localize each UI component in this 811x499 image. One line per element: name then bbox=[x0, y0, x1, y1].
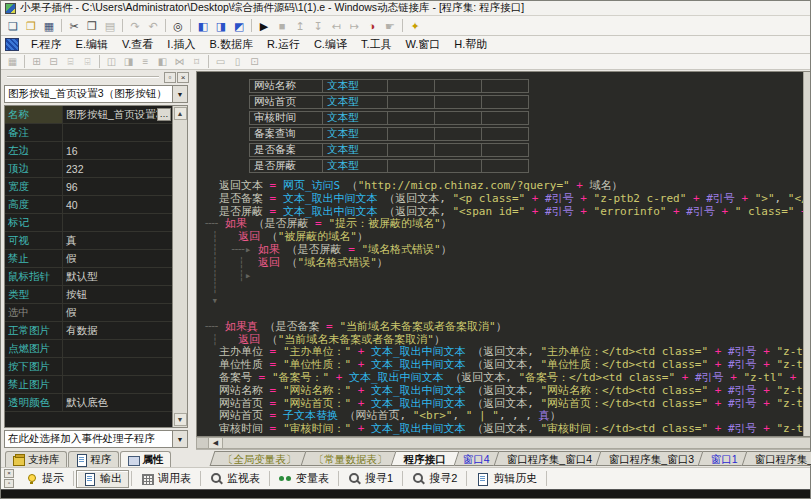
property-value[interactable]: 默认底色 bbox=[63, 396, 172, 410]
param-name-cell[interactable]: 是否备案 bbox=[249, 143, 323, 157]
property-row[interactable]: 点燃图片 bbox=[5, 340, 172, 358]
cut-icon[interactable]: ✂ bbox=[65, 18, 83, 34]
property-value[interactable]: 40 bbox=[63, 199, 172, 211]
property-row[interactable]: 名称图形按钮_首页设置3… bbox=[5, 106, 172, 124]
property-value[interactable]: 默认型 bbox=[63, 270, 172, 284]
code-line[interactable]: 返回文本 = 网页_访问S （"http://micp.chinaz.com/?… bbox=[197, 180, 803, 193]
clip-history-button[interactable]: 剪辑历史 bbox=[469, 470, 544, 488]
param-name-cell[interactable]: 网站首页 bbox=[249, 95, 323, 109]
module-tab[interactable]: 窗口程序集_窗口4 bbox=[493, 451, 605, 466]
chevron-down-icon[interactable]: ▼ bbox=[172, 431, 187, 447]
param-empty-cell[interactable] bbox=[434, 159, 482, 173]
param-name-cell[interactable]: 备案查询 bbox=[249, 127, 323, 141]
param-type-cell[interactable]: 文本型 bbox=[322, 159, 388, 173]
code-line[interactable]: ╌╌ 如果真 （是否备案 = "当前域名未备案或者备案取消"） bbox=[197, 321, 803, 334]
param-empty-cell[interactable] bbox=[387, 127, 435, 141]
property-row[interactable]: 备注 bbox=[5, 124, 172, 142]
param-empty-cell[interactable] bbox=[481, 143, 529, 157]
search-2-button[interactable]: 搜寻2 bbox=[405, 470, 464, 488]
copy-icon[interactable]: ❒ bbox=[83, 18, 101, 34]
tab-程序[interactable]: 程序 bbox=[68, 451, 119, 467]
output-button[interactable]: 输出 bbox=[76, 470, 129, 488]
param-name-cell[interactable]: 是否屏蔽 bbox=[249, 159, 323, 173]
editor-hscrollbar[interactable]: ◀ bbox=[196, 437, 810, 449]
code-line[interactable] bbox=[197, 308, 803, 321]
param-type-cell[interactable]: 文本型 bbox=[322, 127, 388, 141]
code-line[interactable]: ┆ 返回 （"被屏蔽的域名"） bbox=[197, 231, 803, 244]
code-line[interactable]: 审核时间 = "审核时间：" + 文本_取出中间文本 （返回文本, "审核时间：… bbox=[197, 423, 803, 436]
menu-item-r[interactable]: R.运行 bbox=[260, 36, 307, 53]
code-line[interactable]: 备案号 = "备案号：" + 文本_取出中间文本 （返回文本, "备案号：</t… bbox=[197, 372, 803, 385]
property-value[interactable]: 按钮 bbox=[63, 288, 172, 302]
end-run-icon[interactable]: ◑ bbox=[363, 18, 381, 34]
scroll-down-icon[interactable]: ▼ bbox=[174, 413, 187, 426]
property-scrollbar[interactable]: ▲ ▼ bbox=[172, 106, 187, 427]
code-line[interactable]: 是否屏蔽 = 文本_取出中间文本 （返回文本, "<span id=" + #引… bbox=[197, 206, 803, 219]
panel-close-mini-button[interactable]: × bbox=[4, 469, 14, 478]
menu-item-e[interactable]: E.编辑 bbox=[69, 36, 115, 53]
hint-button[interactable]: 提示 bbox=[18, 470, 71, 488]
property-value[interactable]: 有数据 bbox=[63, 324, 172, 338]
call-table-button[interactable]: 调用表 bbox=[134, 470, 198, 488]
param-type-cell[interactable]: 文本型 bbox=[322, 143, 388, 157]
property-row[interactable]: 正常图片有数据 bbox=[5, 322, 172, 340]
window-layout-1-icon[interactable]: ◧ bbox=[194, 18, 212, 34]
scroll-left-icon[interactable]: ◀ bbox=[209, 438, 223, 448]
code-line[interactable]: ┆ 返回 （"当前域名未备案或者备案取消"） bbox=[197, 334, 803, 347]
param-empty-cell[interactable] bbox=[434, 95, 482, 109]
new-file-icon[interactable]: ❏ bbox=[4, 18, 22, 34]
property-row[interactable]: 透明颜色默认底色 bbox=[5, 394, 172, 412]
param-empty-cell[interactable] bbox=[387, 79, 435, 93]
property-row[interactable]: 标记 bbox=[5, 214, 172, 232]
property-value[interactable]: 图形按钮_首页设置3 bbox=[63, 108, 157, 122]
window-layout-3-icon[interactable]: ◩ bbox=[230, 18, 248, 34]
param-empty-cell[interactable] bbox=[481, 111, 529, 125]
code-line[interactable]: ╌╌ 如果 （是否屏蔽 = "提示：被屏蔽的域名"） bbox=[197, 218, 803, 231]
menu-item-v[interactable]: V.查看 bbox=[115, 36, 160, 53]
module-tab[interactable]: 窗口程序集_窗口3 bbox=[596, 451, 708, 466]
tab-属性[interactable]: 属性 bbox=[120, 451, 171, 467]
event-selector[interactable]: 在此处选择加入事件处理子程序 ▼ bbox=[4, 430, 188, 448]
param-empty-cell[interactable] bbox=[387, 143, 435, 157]
param-empty-cell[interactable] bbox=[387, 95, 435, 109]
code-line[interactable]: ┆ ╌╌▸ 如果 （是否屏蔽 = "域名格式错误"） bbox=[197, 244, 803, 257]
property-row[interactable]: 选中假 bbox=[5, 304, 172, 322]
property-value[interactable]: 16 bbox=[63, 145, 172, 157]
helper-icon[interactable]: ✦ bbox=[406, 18, 424, 34]
variable-table-button[interactable]: 变量表 bbox=[272, 470, 336, 488]
property-value[interactable]: 232 bbox=[63, 163, 172, 175]
param-empty-cell[interactable] bbox=[387, 111, 435, 125]
property-row[interactable]: 按下图片 bbox=[5, 358, 172, 376]
panel-close-button[interactable]: × bbox=[177, 72, 189, 83]
property-row[interactable]: 左边16 bbox=[5, 142, 172, 160]
property-row[interactable]: 禁止图片 bbox=[5, 376, 172, 394]
param-empty-cell[interactable] bbox=[387, 159, 435, 173]
code-line[interactable]: 单位性质 = "单位性质：" + 文本_取出中间文本 （返回文本, "单位性质：… bbox=[197, 359, 803, 372]
module-tab[interactable]: 〔常量数据表〕 bbox=[300, 451, 400, 466]
window-layout-2-icon[interactable]: ◨ bbox=[212, 18, 230, 34]
code-line[interactable]: ▾ bbox=[197, 295, 803, 308]
property-row[interactable]: 类型按钮 bbox=[5, 286, 172, 304]
watch-table-button[interactable]: 监视表 bbox=[203, 470, 267, 488]
property-row[interactable]: 宽度96 bbox=[5, 178, 172, 196]
code-editor[interactable]: 网站名称文本型网站首页文本型审核时间文本型备案查询文本型是否备案文本型是否屏蔽文… bbox=[197, 72, 803, 436]
editor-vscrollbar[interactable] bbox=[803, 72, 810, 436]
code-line[interactable]: 主办单位 = "主办单位：" + 文本_取出中间文本 （返回文本, "主办单位：… bbox=[197, 346, 803, 359]
code-line[interactable]: 网站首页 = 子文本替换 （网站首页, "<br>", " | ", , , 真… bbox=[197, 410, 803, 423]
property-row[interactable]: 禁止假 bbox=[5, 250, 172, 268]
param-empty-cell[interactable] bbox=[481, 79, 529, 93]
module-tab[interactable]: 〔全局变量表〕 bbox=[210, 451, 310, 466]
param-empty-cell[interactable] bbox=[434, 79, 482, 93]
code-line[interactable]: 是否备案 = 文本_取出中间文本 （返回文本, "<p class=" + #引… bbox=[197, 193, 803, 206]
search-1-button[interactable]: 搜寻1 bbox=[341, 470, 400, 488]
menu-item-c[interactable]: C.编译 bbox=[307, 36, 354, 53]
menu-item-t[interactable]: T.工具 bbox=[354, 36, 399, 53]
panel-float-button[interactable]: ▫ bbox=[164, 72, 176, 83]
property-row[interactable]: 顶边232 bbox=[5, 160, 172, 178]
scroll-up-icon[interactable]: ▲ bbox=[174, 107, 187, 120]
code-line[interactable]: ┆ ┆ 返回 （"域名格式错误"） bbox=[197, 257, 803, 270]
param-empty-cell[interactable] bbox=[434, 143, 482, 157]
chevron-down-icon[interactable]: ▼ bbox=[172, 86, 187, 102]
param-empty-cell[interactable] bbox=[481, 127, 529, 141]
param-type-cell[interactable]: 文本型 bbox=[322, 95, 388, 109]
